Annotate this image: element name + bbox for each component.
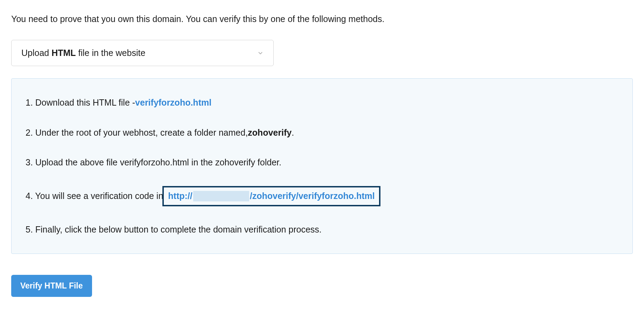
verify-html-file-button[interactable]: Verify HTML File	[11, 275, 92, 297]
step-3: 3. Upload the above file verifyforzoho.h…	[26, 156, 618, 169]
verification-url-box: http:// /zohoverify/verifyforzoho.html	[162, 186, 380, 206]
intro-text: You need to prove that you own this doma…	[11, 14, 633, 24]
url-path: /zohoverify/verifyforzoho.html	[250, 192, 375, 200]
instructions-panel: 1. Download this HTML file - verifyforzo…	[11, 78, 633, 254]
step-4: 4. You will see a verification code in h…	[26, 186, 618, 206]
download-html-link[interactable]: verifyforzoho.html	[135, 96, 211, 109]
chevron-down-icon	[257, 50, 264, 56]
step-1-text: 1. Download this HTML file -	[26, 96, 135, 109]
dropdown-prefix: Upload	[21, 48, 51, 58]
dropdown-bold: HTML	[51, 48, 76, 58]
step-2-text: 2. Under the root of your webhost, creat…	[26, 126, 248, 140]
dropdown-suffix: file in the website	[76, 48, 146, 58]
step-2: 2. Under the root of your webhost, creat…	[26, 126, 618, 140]
step-1: 1. Download this HTML file - verifyforzo…	[26, 96, 618, 109]
step-5: 5. Finally, click the below button to co…	[26, 223, 618, 236]
step-2-folder-name: zohoverify	[248, 126, 292, 140]
redacted-domain	[193, 191, 249, 201]
step-4-text: 4. You will see a verification code in	[26, 190, 163, 203]
url-protocol: http://	[168, 192, 192, 200]
step-2-suffix: .	[292, 126, 294, 140]
dropdown-label: Upload HTML file in the website	[21, 48, 145, 58]
verification-method-dropdown[interactable]: Upload HTML file in the website	[11, 40, 274, 66]
